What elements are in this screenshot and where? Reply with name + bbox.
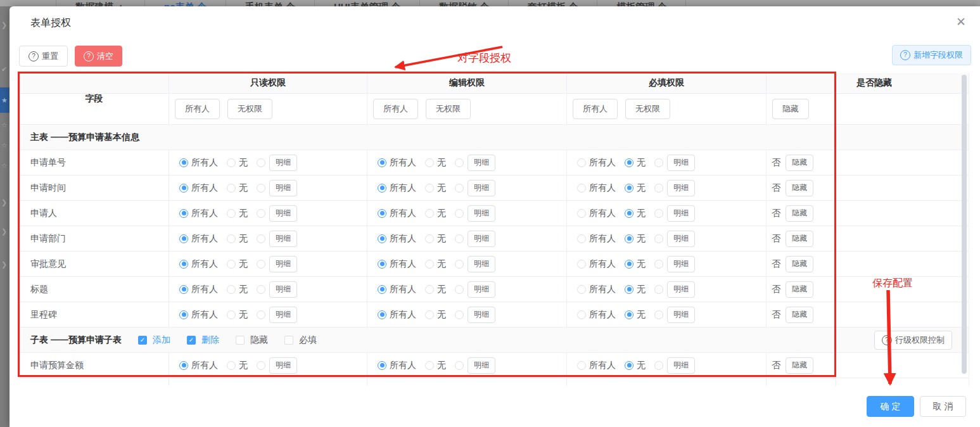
- checkbox-删除[interactable]: ✓删除: [187, 335, 219, 346]
- radio-option-detail[interactable]: 明细: [455, 155, 495, 171]
- active-menu-block[interactable]: ★: [0, 87, 10, 113]
- hide-button[interactable]: 隐藏: [786, 307, 813, 323]
- checkbox-添加[interactable]: ✓添加: [138, 335, 170, 346]
- radio-option-detail[interactable]: 明细: [257, 231, 297, 247]
- bulk-none-button[interactable]: 无权限: [625, 99, 670, 119]
- radio-option-all[interactable]: 所有人: [577, 258, 616, 270]
- radio-option-none[interactable]: 无: [625, 208, 646, 219]
- radio-option-none[interactable]: 无: [625, 309, 646, 321]
- hide-button[interactable]: 隐藏: [786, 281, 813, 298]
- radio-option-all[interactable]: 所有人: [577, 157, 616, 169]
- radio-option-detail[interactable]: 明细: [654, 205, 695, 222]
- detail-button[interactable]: 明细: [468, 357, 495, 374]
- detail-button[interactable]: 明细: [269, 205, 297, 222]
- background-tab[interactable]: pc表单 个: [145, 0, 226, 6]
- detail-button[interactable]: 明细: [269, 307, 297, 323]
- detail-button[interactable]: 明细: [667, 155, 695, 171]
- radio-option-none[interactable]: 无: [227, 309, 248, 321]
- radio-option-all[interactable]: 所有人: [179, 360, 218, 371]
- radio-option-detail[interactable]: 明细: [654, 180, 695, 196]
- radio-option-detail[interactable]: 明细: [257, 256, 297, 272]
- hide-button[interactable]: 隐藏: [786, 256, 813, 272]
- radio-option-all[interactable]: 所有人: [179, 284, 218, 295]
- radio-option-none[interactable]: 无: [625, 157, 646, 169]
- radio-option-all[interactable]: 所有人: [577, 182, 616, 194]
- close-icon[interactable]: ✕: [956, 15, 966, 29]
- check-icon[interactable]: ✔: [1, 66, 7, 73]
- radio-option-detail[interactable]: 明细: [455, 180, 495, 196]
- detail-button[interactable]: 明细: [667, 256, 695, 272]
- vertical-scrollbar-thumb[interactable]: [962, 75, 967, 374]
- background-tab[interactable]: 数据脱敏 个: [420, 0, 509, 6]
- radio-option-none[interactable]: 无: [625, 182, 646, 194]
- radio-option-none[interactable]: 无: [425, 309, 446, 321]
- background-tab[interactable]: 模板管理 个: [597, 0, 686, 6]
- radio-option-all[interactable]: 所有人: [577, 284, 616, 295]
- detail-button[interactable]: 明细: [468, 307, 495, 323]
- radio-option-all[interactable]: 所有人: [378, 309, 416, 321]
- background-tab[interactable]: 手机表单 个: [226, 0, 315, 6]
- radio-option-all[interactable]: 所有人: [378, 157, 416, 169]
- detail-button[interactable]: 明细: [269, 357, 297, 374]
- detail-button[interactable]: 明细: [667, 180, 695, 196]
- radio-option-none[interactable]: 无: [625, 360, 646, 371]
- radio-option-detail[interactable]: 明细: [654, 307, 695, 323]
- radio-option-detail[interactable]: 明细: [257, 155, 297, 171]
- detail-button[interactable]: 明细: [269, 256, 297, 272]
- radio-option-detail[interactable]: 明细: [257, 307, 297, 323]
- detail-button[interactable]: 明细: [269, 180, 297, 196]
- radio-option-none[interactable]: 无: [625, 284, 646, 295]
- radio-option-all[interactable]: 所有人: [577, 208, 616, 219]
- hide-button[interactable]: 隐藏: [786, 357, 813, 374]
- checkbox-必填[interactable]: 必填: [284, 335, 317, 346]
- radio-option-all[interactable]: 所有人: [577, 233, 616, 245]
- radio-option-none[interactable]: 无: [625, 233, 646, 245]
- clear-button[interactable]: ? 清空: [75, 46, 122, 67]
- detail-button[interactable]: 明细: [269, 281, 297, 298]
- chevron-right-icon[interactable]: ❯: [1, 228, 7, 235]
- checkbox-隐藏[interactable]: 隐藏: [236, 335, 268, 346]
- radio-option-detail[interactable]: 明细: [654, 357, 695, 374]
- reset-button[interactable]: ? 重置: [19, 46, 68, 67]
- background-tab[interactable]: 套打模板 个: [509, 0, 597, 6]
- radio-option-all[interactable]: 所有人: [378, 233, 416, 245]
- radio-option-all[interactable]: 所有人: [577, 309, 616, 321]
- radio-option-detail[interactable]: 明细: [455, 307, 495, 323]
- radio-option-none[interactable]: 无: [425, 284, 446, 295]
- radio-option-none[interactable]: 无: [227, 157, 248, 169]
- radio-option-none[interactable]: 无: [227, 208, 248, 219]
- hide-button[interactable]: 隐藏: [786, 155, 813, 171]
- chevron-right-icon[interactable]: ❯: [1, 199, 7, 206]
- detail-button[interactable]: 明细: [667, 281, 695, 298]
- chevron-right-icon[interactable]: ❯: [1, 22, 7, 29]
- detail-button[interactable]: 明细: [468, 281, 495, 298]
- detail-button[interactable]: 明细: [468, 205, 495, 222]
- hide-button[interactable]: 隐藏: [786, 205, 813, 222]
- star-icon[interactable]: ☆: [1, 162, 8, 169]
- radio-option-all[interactable]: 所有人: [179, 233, 218, 245]
- radio-option-all[interactable]: 所有人: [179, 208, 218, 219]
- bulk-none-button[interactable]: 无权限: [426, 99, 471, 119]
- detail-button[interactable]: 明细: [667, 205, 695, 222]
- hide-button[interactable]: 隐藏: [786, 231, 813, 247]
- radio-option-none[interactable]: 无: [227, 233, 248, 245]
- radio-option-none[interactable]: 无: [425, 208, 446, 219]
- cancel-button[interactable]: 取 消: [920, 396, 966, 417]
- radio-option-detail[interactable]: 明细: [455, 205, 495, 222]
- star-icon[interactable]: ☆: [1, 122, 8, 129]
- radio-option-detail[interactable]: 明细: [455, 231, 495, 247]
- detail-button[interactable]: 明细: [468, 256, 495, 272]
- radio-option-none[interactable]: 无: [227, 360, 248, 371]
- add-field-permission-button[interactable]: ? 新增字段权限: [892, 45, 971, 65]
- bulk-hide-button[interactable]: 隐藏: [772, 99, 809, 119]
- detail-button[interactable]: 明细: [269, 231, 297, 247]
- radio-option-none[interactable]: 无: [425, 182, 446, 194]
- background-tab[interactable]: HUI表单管理 个: [315, 0, 420, 6]
- chevron-right-icon[interactable]: ❯: [1, 261, 7, 268]
- bulk-all-button[interactable]: 所有人: [573, 99, 618, 119]
- detail-button[interactable]: 明细: [667, 357, 695, 374]
- detail-button[interactable]: 明细: [468, 155, 495, 171]
- detail-button[interactable]: 明细: [468, 180, 495, 196]
- radio-option-none[interactable]: 无: [227, 284, 248, 295]
- detail-button[interactable]: 明细: [667, 231, 695, 247]
